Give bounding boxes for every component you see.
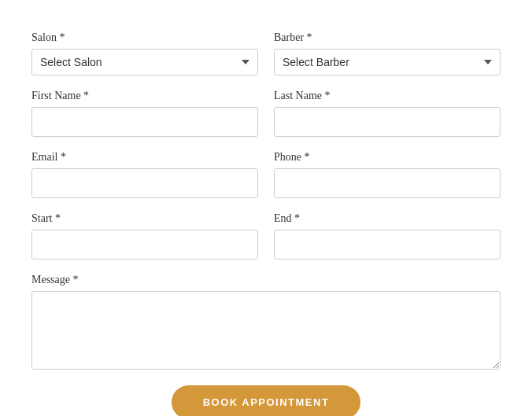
end-group: End * bbox=[274, 212, 501, 260]
salon-barber-row: Salon * Select Salon Barber * Select Bar… bbox=[31, 31, 501, 75]
email-input[interactable] bbox=[31, 168, 258, 198]
start-label: Start * bbox=[31, 212, 258, 225]
last-name-group: Last Name * bbox=[274, 90, 501, 137]
book-appointment-button[interactable]: BOOK APPOINTMENT bbox=[172, 385, 361, 416]
contact-row: Email * Phone * bbox=[31, 151, 501, 198]
last-name-label: Last Name * bbox=[274, 90, 501, 102]
barber-label: Barber * bbox=[274, 31, 501, 44]
start-input[interactable] bbox=[31, 230, 258, 260]
button-row: BOOK APPOINTMENT bbox=[31, 385, 501, 416]
start-group: Start * bbox=[31, 212, 258, 260]
first-name-input[interactable] bbox=[31, 107, 258, 137]
message-label: Message * bbox=[31, 274, 501, 286]
phone-input[interactable] bbox=[274, 168, 501, 198]
barber-group: Barber * Select Barber bbox=[274, 31, 501, 75]
name-row: First Name * Last Name * bbox=[31, 90, 501, 137]
salon-group: Salon * Select Salon bbox=[31, 31, 258, 75]
end-label: End * bbox=[274, 212, 501, 225]
email-group: Email * bbox=[31, 151, 258, 198]
end-input[interactable] bbox=[274, 230, 501, 260]
last-name-input[interactable] bbox=[274, 107, 501, 137]
time-row: Start * End * bbox=[31, 212, 501, 260]
phone-label: Phone * bbox=[274, 151, 501, 164]
first-name-label: First Name * bbox=[31, 90, 258, 102]
email-label: Email * bbox=[31, 151, 258, 164]
salon-select[interactable]: Select Salon bbox=[31, 49, 258, 75]
salon-label: Salon * bbox=[31, 31, 258, 44]
message-input[interactable] bbox=[31, 291, 501, 370]
phone-group: Phone * bbox=[274, 151, 501, 198]
message-group: Message * bbox=[31, 274, 501, 370]
barber-select[interactable]: Select Barber bbox=[274, 49, 501, 75]
first-name-group: First Name * bbox=[31, 90, 258, 137]
message-row: Message * bbox=[31, 274, 501, 370]
appointment-form: Salon * Select Salon Barber * Select Bar… bbox=[16, 16, 516, 416]
